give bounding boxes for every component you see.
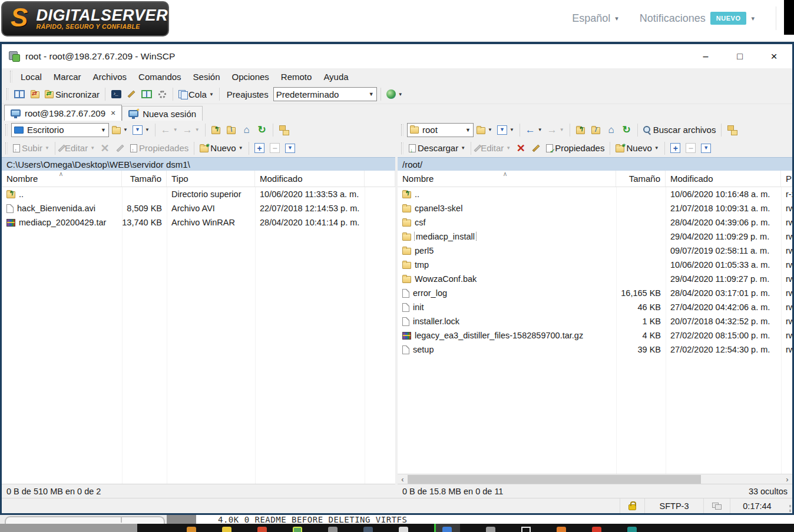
column-header-modified[interactable]: Modificado [666,171,781,187]
local-back-button[interactable]: ←▼ [159,122,180,138]
session-tab-active[interactable]: root@198.27.67.209 × [4,105,122,121]
remote-new-button[interactable]: Nuevo▼ [614,141,660,156]
taskbar-icon[interactable] [293,527,302,532]
edit-command-button[interactable] [124,87,138,102]
remote-rename-button[interactable] [529,141,543,156]
local-open-dir-button[interactable]: ▼ [110,122,130,138]
remote-unselect-button[interactable]: − [684,141,698,156]
site-manager-button[interactable]: ▼ [385,87,405,102]
column-header-name[interactable]: Nombre [398,171,616,187]
file-row[interactable]: init46 KB27/04/2020 04:42:06 a. m.rwx [398,300,792,314]
open-terminal-button[interactable]: ›_ [109,87,123,102]
column-header-modified[interactable]: Modificado [255,171,365,187]
file-row[interactable]: legacy_ea3_distiller_files-1582859700.ta… [398,328,792,343]
remote-invert-selection-button[interactable] [699,141,713,156]
menu-archivos[interactable]: Archivos [87,72,133,82]
download-button[interactable]: Descargar▼ [407,141,467,156]
remote-open-dir-button[interactable]: ▼ [475,122,494,138]
notifications-menu[interactable]: Notificaciones NUEVO ▾ [640,12,755,25]
scroll-right-icon[interactable]: › [782,475,792,484]
file-row[interactable]: tmp10/06/2020 01:05:33 a. m.rwx [398,258,792,272]
remote-forward-button[interactable]: →▼ [545,122,566,138]
close-button[interactable]: × [770,50,778,63]
column-header-size[interactable]: Tamaño [616,171,666,187]
local-refresh-button[interactable]: ↻ [255,122,269,138]
taskbar-icon[interactable] [187,527,196,532]
local-forward-button[interactable]: →▼ [181,122,201,138]
local-root-dir-button[interactable] [224,122,239,138]
remote-refresh-button[interactable]: ↻ [620,122,634,138]
remote-edit-button[interactable]: Editar▼ [475,141,512,156]
taskbar-icon[interactable] [222,527,231,532]
file-row[interactable]: mediacp_install29/04/2020 11:09:29 p. m.… [398,230,792,244]
taskbar-icon[interactable] [592,527,601,532]
menu-ayuda[interactable]: Ayuda [317,72,354,82]
column-header-type[interactable]: Tipo [167,171,255,187]
taskbar-icon[interactable] [328,527,338,532]
new-session-tab[interactable]: Nueva sesión [122,106,203,121]
file-row[interactable]: installer.lock1 KB20/07/2018 04:32:52 p.… [398,314,792,328]
session-time-cell[interactable]: 0:17:44 [730,498,784,513]
menu-local[interactable]: Local [15,72,48,82]
preset-selector[interactable]: Predeterminado ▼ [273,87,377,101]
preferences-button[interactable] [155,87,169,102]
remote-tree-button[interactable] [725,122,739,138]
local-parent-dir-button[interactable] [209,122,223,138]
file-row[interactable]: error_log16,165 KB28/04/2020 03:17:01 p.… [398,286,792,300]
local-properties-button[interactable]: Propiedades [128,141,190,156]
minimize-button[interactable]: – [702,51,710,62]
remote-home-button[interactable]: ⌂ [604,122,618,138]
synchronize-remote-button[interactable] [28,87,42,102]
taskbar-icon[interactable] [486,527,495,532]
local-drive-selector[interactable]: Escritorio ▼ [11,123,109,137]
remote-filter-button[interactable]: ▼ [495,122,516,138]
menu-sesin[interactable]: Sesión [187,72,226,82]
menu-opciones[interactable]: Opciones [226,72,274,82]
file-row[interactable]: cpanel3-skel21/07/2018 10:09:31 a. m.rwx [398,201,792,215]
file-row[interactable]: hack_Bienvenida.avi8,509 KBArchivo AVI22… [2,201,395,215]
local-select-button[interactable]: + [253,141,267,156]
menu-comandos[interactable]: Comandos [133,72,187,82]
taskbar-icon[interactable] [257,527,267,532]
remote-parent-dir-button[interactable] [574,122,588,138]
remote-back-button[interactable]: ←▼ [524,122,544,138]
local-delete-button[interactable]: ✕ [98,141,112,156]
local-tree-button[interactable] [277,122,291,138]
remote-drive-selector[interactable]: root ▼ [407,123,474,137]
synchronize-button[interactable]: Sincronizar [43,87,101,102]
taskbar-icon[interactable] [442,527,452,532]
column-header-perm[interactable]: Per [781,171,792,187]
local-new-button[interactable]: Nuevo▼ [198,141,244,156]
menu-marcar[interactable]: Marcar [48,72,87,82]
taskbar-icon[interactable] [627,527,637,532]
transfer-settings-button[interactable] [140,87,154,102]
scroll-left-icon[interactable]: ‹ [398,475,408,484]
close-tab-icon[interactable]: × [111,108,115,118]
maximize-button[interactable]: □ [736,51,744,62]
local-unselect-button[interactable]: − [268,141,282,156]
taskbar-icon[interactable] [521,527,531,532]
resize-grip[interactable] [784,505,791,512]
column-header-size[interactable]: Tamaño [122,171,167,187]
remote-horizontal-scrollbar[interactable]: ‹ › [398,474,792,484]
scrollbar-thumb[interactable] [408,475,701,484]
local-invert-selection-button[interactable] [283,141,297,156]
file-row[interactable]: perl509/07/2019 02:58:11 a. m.rwx [398,244,792,258]
taskbar-active-app[interactable] [434,524,460,532]
remote-properties-button[interactable]: Propiedades [544,141,606,156]
protocol-cell[interactable]: SFTP-3 [644,498,703,513]
file-row[interactable]: mediacp_20200429.tar513,740 KBArchivo Wi… [2,215,395,230]
title-bar[interactable]: root - root@198.27.67.209 - WinSCP – □ × [2,44,792,68]
remote-delete-button[interactable]: ✕ [514,141,528,156]
menu-remoto[interactable]: Remoto [275,72,318,82]
remote-root-dir-button[interactable] [589,122,603,138]
file-row[interactable]: ..10/06/2020 10:16:48 a. m.r-x [398,187,792,201]
taskbar-icon[interactable] [399,527,408,532]
queue-button[interactable]: Cola▼ [177,87,216,102]
language-menu[interactable]: Español ▾ [572,12,618,25]
file-row[interactable]: setup39 KB27/02/2020 12:54:30 p. m.rwx [398,343,792,357]
file-row[interactable]: csf28/04/2020 04:39:06 p. m.rwx [398,215,792,230]
local-edit-button[interactable]: Editar▼ [59,141,97,156]
compare-directories-button[interactable] [12,87,27,102]
local-filter-button[interactable]: ▼ [131,122,151,138]
